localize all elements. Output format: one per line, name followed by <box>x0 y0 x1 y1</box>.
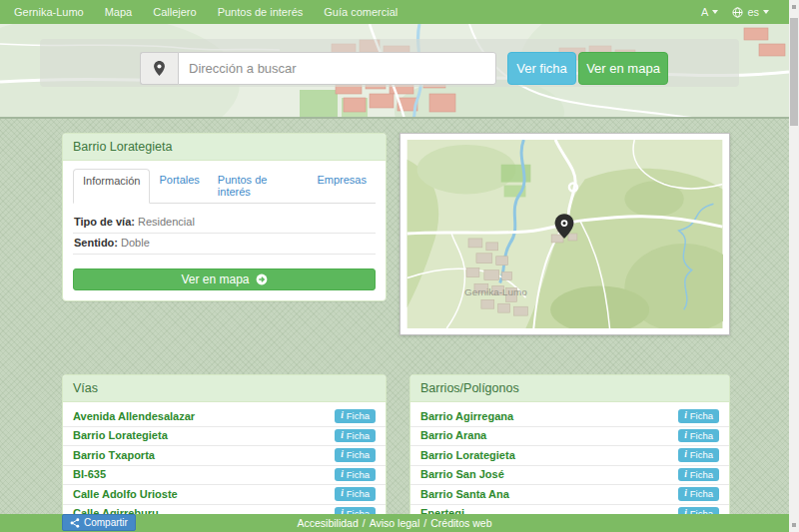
field-label: Sentido: <box>74 237 118 249</box>
ver-en-mapa-button[interactable]: Ver en mapa <box>578 52 668 85</box>
caret-down-icon <box>763 10 769 14</box>
vertical-scrollbar[interactable] <box>789 0 799 532</box>
via-link[interactable]: Barrio Txaporta <box>73 449 155 461</box>
navbar-right-group: A es <box>701 6 769 18</box>
footer-link-accesibilidad[interactable]: Accesibilidad <box>297 517 358 529</box>
nav-item-guia-comercial[interactable]: Guía comercial <box>324 6 398 18</box>
list-item: Avenida Allendesalazar iFicha <box>63 407 386 426</box>
share-button-label: Compartir <box>84 517 128 528</box>
search-addon <box>140 52 178 85</box>
footer-link-aviso-legal[interactable]: Aviso legal <box>370 517 420 529</box>
detail-panel-title: Barrio Lorategieta <box>63 134 386 161</box>
info-icon: i <box>684 450 687 460</box>
nav-item-puntos-de-interes[interactable]: Puntos de interés <box>218 6 304 18</box>
map-canvas: Gernika-Lumo <box>406 140 723 328</box>
ficha-badge[interactable]: iFicha <box>678 448 719 462</box>
field-value: Doble <box>121 237 150 249</box>
info-icon: i <box>684 431 687 441</box>
field-label: Tipo de vía: <box>74 216 135 228</box>
list-item: Barrio Lorategieta iFicha <box>410 445 729 465</box>
footer-separator: / <box>363 517 366 529</box>
address-search-input[interactable] <box>178 52 496 85</box>
nav-item-callejero[interactable]: Callejero <box>153 6 196 18</box>
scroll-down-icon[interactable] <box>792 523 796 527</box>
list-item: Calle Adolfo Urioste iFicha <box>63 484 386 504</box>
card-ver-en-mapa-button[interactable]: Ver en mapa <box>73 268 376 290</box>
language-dropdown[interactable]: es <box>732 6 769 18</box>
map-pin-icon <box>153 60 166 77</box>
list-item: Barrio Arana iFicha <box>410 426 729 446</box>
detail-panel: Barrio Lorategieta Información Portales … <box>62 133 387 301</box>
ficha-badge[interactable]: iFicha <box>335 468 376 482</box>
page-background: Gernika-Lumo Mapa Callejero Puntos de in… <box>0 0 789 532</box>
location-map[interactable]: Gernika-Lumo <box>400 133 730 335</box>
tab-portales[interactable]: Portales <box>150 169 208 204</box>
ficha-badge[interactable]: iFicha <box>335 448 376 462</box>
list-item: Barrio Lorategieta iFicha <box>63 426 386 446</box>
via-link[interactable]: Barrio Lorategieta <box>73 429 168 441</box>
search-hero-band: Ver ficha Ver en mapa <box>0 24 789 119</box>
list-item: Barrio Txaporta iFicha <box>63 445 386 465</box>
footer-link-creditos-web[interactable]: Créditos web <box>430 517 491 529</box>
tab-puntos-de-interes[interactable]: Puntos de interés <box>209 169 309 204</box>
ficha-badge[interactable]: iFicha <box>335 487 376 501</box>
info-icon: i <box>341 450 344 460</box>
nav-item-mapa[interactable]: Mapa <box>105 6 133 18</box>
barrios-list: Barrio Agirregana iFicha Barrio Arana iF… <box>410 402 729 525</box>
vias-list: Avenida Allendesalazar iFicha Barrio Lor… <box>63 402 386 525</box>
list-item: Barrio Santa Ana iFicha <box>410 484 729 504</box>
scroll-up-icon[interactable] <box>792 5 796 9</box>
share-button[interactable]: Compartir <box>62 514 136 531</box>
caret-down-icon <box>712 10 718 14</box>
ficha-badge[interactable]: iFicha <box>678 429 719 443</box>
info-icon: i <box>684 489 687 499</box>
barrio-link[interactable]: Barrio Santa Ana <box>420 488 509 500</box>
barrio-link[interactable]: Barrio Lorategieta <box>420 449 515 461</box>
via-link[interactable]: Calle Adolfo Urioste <box>73 488 178 500</box>
info-icon: i <box>684 411 687 421</box>
tab-informacion[interactable]: Información <box>73 169 150 204</box>
font-size-label: A <box>701 6 708 18</box>
detail-panel-body: Información Portales Puntos de interés E… <box>63 161 386 300</box>
barrio-link[interactable]: Barrio Arana <box>420 429 486 441</box>
list-item: Barrio San José iFicha <box>410 465 729 485</box>
field-tipo-de-via: Tipo de vía: Residencial <box>73 213 376 234</box>
ficha-badge[interactable]: iFicha <box>678 409 719 423</box>
font-size-dropdown[interactable]: A <box>701 6 718 18</box>
address-search-group <box>140 52 496 85</box>
vias-panel-title: Vías <box>63 375 386 402</box>
via-link[interactable]: Avenida Allendesalazar <box>73 410 195 422</box>
info-icon: i <box>684 470 687 480</box>
circle-arrow-right-icon <box>256 273 268 285</box>
vias-panel: Vías Avenida Allendesalazar iFicha Barri… <box>62 374 387 526</box>
info-icon: i <box>341 431 344 441</box>
share-icon <box>70 518 80 528</box>
list-item: Barrio Agirregana iFicha <box>410 407 729 426</box>
top-navbar: Gernika-Lumo Mapa Callejero Puntos de in… <box>0 0 789 24</box>
barrios-panel-title: Barrios/Polígonos <box>410 375 729 402</box>
card-map-button-label: Ver en mapa <box>181 272 249 286</box>
info-icon: i <box>341 411 344 421</box>
barrio-link[interactable]: Barrio Agirregana <box>420 410 513 422</box>
footer-separator: / <box>423 517 426 529</box>
brand-link[interactable]: Gernika-Lumo <box>14 6 84 18</box>
barrios-panel: Barrios/Polígonos Barrio Agirregana iFic… <box>409 374 730 526</box>
field-sentido: Sentido: Doble <box>73 234 376 255</box>
detail-fields: Tipo de vía: Residencial Sentido: Doble <box>73 213 376 255</box>
barrio-link[interactable]: Barrio San José <box>420 468 504 480</box>
language-label: es <box>747 6 759 18</box>
detail-tabs: Información Portales Puntos de interés E… <box>73 169 376 204</box>
globe-icon <box>732 7 743 18</box>
ficha-badge[interactable]: iFicha <box>678 487 719 501</box>
list-item: BI-635 iFicha <box>63 465 386 485</box>
ficha-badge[interactable]: iFicha <box>335 429 376 443</box>
ficha-badge[interactable]: iFicha <box>335 409 376 423</box>
tab-empresas[interactable]: Empresas <box>308 169 376 204</box>
ficha-badge[interactable]: iFicha <box>678 468 719 482</box>
field-value: Residencial <box>138 216 195 228</box>
ver-ficha-button[interactable]: Ver ficha <box>507 52 576 85</box>
info-icon: i <box>341 489 344 499</box>
town-label: Gernika-Lumo <box>464 286 527 297</box>
via-link[interactable]: BI-635 <box>73 468 106 480</box>
scrollbar-thumb[interactable] <box>790 18 798 126</box>
